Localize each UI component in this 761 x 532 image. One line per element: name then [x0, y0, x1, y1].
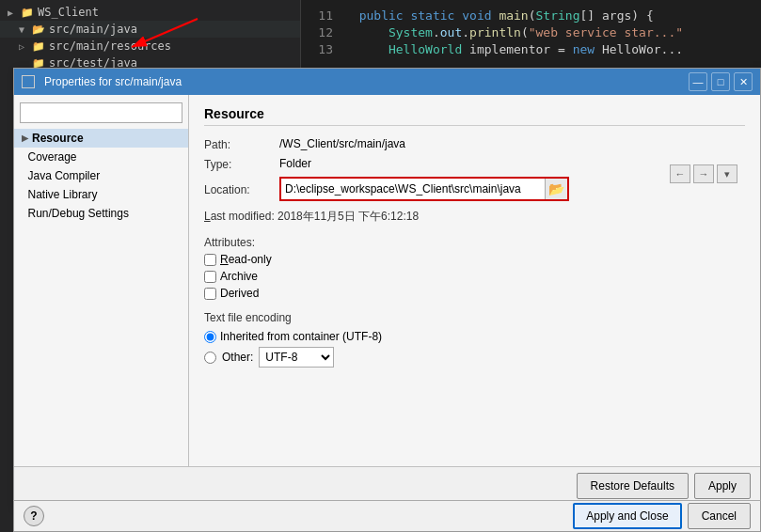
sidebar-search[interactable] [20, 102, 182, 123]
dialog-titlebar: Properties for src/main/java — □ ✕ [14, 69, 760, 95]
sidebar-item-coverage[interactable]: Coverage [14, 148, 188, 166]
minimize-button[interactable]: — [689, 72, 707, 91]
dialog-title: Properties for src/main/java [44, 75, 182, 88]
sidebar-arrow-icon [22, 190, 24, 199]
sidebar-item-resource[interactable]: ▶ Resource [14, 129, 188, 148]
location-row: Location: 📂 [204, 177, 745, 201]
sidebar-arrow-icon: ▶ [22, 133, 28, 143]
encoding-title: Text file encoding [204, 311, 745, 324]
dialog-footer: Restore Defaults Apply [14, 466, 760, 505]
sidebar-arrow-icon [22, 209, 24, 218]
folder-open-icon: 📂 [32, 23, 45, 36]
dialog-title-left: Properties for src/main/java [22, 75, 182, 88]
encoding-inherited-label: Inherited from container (UTF-8) [220, 330, 382, 343]
tree-item-srcmainresources[interactable]: ▷ 📁 src/main/resources [0, 38, 300, 55]
encoding-section: Text file encoding Inherited from contai… [204, 311, 745, 368]
dialog-content: ← → ▾ Resource Path: /WS_Client/src/main… [189, 95, 760, 466]
sidebar-item-nativelibrary[interactable]: Native Library [14, 185, 188, 204]
apply-button[interactable]: Apply [694, 473, 751, 499]
path-value: /WS_Client/src/main/java [279, 137, 745, 150]
sidebar-item-label: Coverage [28, 150, 77, 164]
restore-defaults-button[interactable]: Restore Defaults [577, 473, 689, 499]
nav-forward-button[interactable]: → [693, 164, 714, 183]
folder-icon: 📁 [32, 40, 45, 53]
cancel-button[interactable]: Cancel [688, 503, 751, 529]
code-line-content: public static void main(String[] args) { [344, 8, 654, 24]
sidebar-item-label: Native Library [28, 188, 98, 201]
browse-icon: 📂 [548, 181, 564, 196]
path-row: Path: /WS_Client/src/main/java [204, 137, 745, 151]
path-label: Path: [204, 137, 279, 151]
tree-item-srcmainjava[interactable]: ▼ 📂 src/main/java [0, 21, 300, 38]
bottom-left: ? [24, 506, 44, 526]
archive-row: Archive [204, 270, 745, 283]
derived-label: Derived [220, 287, 259, 300]
nav-back-button[interactable]: ← [670, 164, 690, 183]
tree-arrow: ▼ [19, 24, 30, 35]
apply-and-close-button[interactable]: Apply and Close [573, 503, 681, 529]
sidebar-item-rundebugsettings[interactable]: Run/Debug Settings [14, 204, 188, 223]
tree-label: src/main/resources [49, 39, 171, 53]
sidebar-arrow-icon [22, 152, 24, 162]
encoding-other-radio[interactable] [204, 352, 216, 364]
code-line-content: HelloWorld implementor = new HelloWor... [344, 41, 683, 58]
bottom-right: Apply and Close Cancel [573, 503, 751, 529]
tree-arrow: ▷ [19, 41, 30, 52]
code-line-content: System.out.println("web service star..." [344, 24, 683, 41]
last-modified-label: Last modified: [204, 210, 277, 223]
tree-arrow: ▶ [8, 8, 19, 18]
derived-row: Derived [204, 287, 745, 300]
type-label: Type: [204, 157, 279, 171]
attributes-section: Attributes: Read-only Archive Derived [204, 236, 745, 300]
dialog-sidebar: ▶ Resource Coverage Java Compiler Native… [14, 95, 189, 466]
tree-label: src/main/java [49, 23, 137, 36]
properties-icon [22, 75, 35, 88]
nav-controls: ← → ▾ [670, 164, 737, 183]
readonly-checkbox[interactable] [204, 254, 216, 266]
section-title: Resource [204, 106, 745, 126]
line-num: 12 [305, 24, 333, 41]
attributes-title: Attributes: [204, 236, 745, 249]
line-num: 11 [305, 8, 333, 24]
location-input-wrap: 📂 [279, 177, 569, 201]
readonly-label: Read-only [220, 253, 272, 266]
derived-checkbox[interactable] [204, 288, 216, 300]
encoding-inherited-radio[interactable] [204, 331, 216, 343]
encoding-select[interactable]: UTF-8 UTF-16 ISO-8859-1 [259, 347, 334, 368]
tree-label: WS_Client [38, 6, 99, 19]
bottom-bar: ? Apply and Close Cancel [13, 500, 761, 532]
sidebar-item-javacompiler[interactable]: Java Compiler [14, 166, 188, 185]
archive-checkbox[interactable] [204, 271, 216, 283]
last-modified-value: 2018年11月5日 下午6:12:18 [277, 210, 419, 223]
sidebar-item-label: Resource [32, 132, 84, 145]
sidebar-arrow-icon [22, 171, 24, 180]
dialog-body: ▶ Resource Coverage Java Compiler Native… [14, 95, 760, 466]
sidebar-item-label: Java Compiler [28, 169, 101, 182]
encoding-other-row: Other: UTF-8 UTF-16 ISO-8859-1 [204, 347, 745, 368]
location-browse-button[interactable]: 📂 [545, 179, 567, 199]
properties-dialog: Properties for src/main/java — □ ✕ ▶ Res… [13, 68, 761, 506]
encoding-inherited-row: Inherited from container (UTF-8) [204, 330, 745, 343]
readonly-row: Read-only [204, 253, 745, 266]
folder-icon: 📁 [21, 7, 34, 19]
type-row: Type: Folder [204, 157, 745, 171]
archive-label: Archive [220, 270, 258, 283]
line-num: 13 [305, 41, 333, 58]
location-input[interactable] [281, 179, 545, 199]
tree-item-wsclient[interactable]: ▶ 📁 WS_Client [0, 4, 300, 21]
maximize-button[interactable]: □ [711, 72, 730, 91]
dialog-controls: — □ ✕ [689, 72, 753, 91]
help-button[interactable]: ? [24, 506, 44, 526]
close-button[interactable]: ✕ [734, 72, 753, 91]
encoding-other-label: Other: [222, 351, 253, 364]
nav-dropdown-button[interactable]: ▾ [717, 164, 737, 183]
sidebar-item-label: Run/Debug Settings [28, 207, 129, 220]
last-modified-row: Last modified: 2018年11月5日 下午6:12:18 [204, 209, 745, 225]
location-label: Location: [204, 182, 279, 196]
